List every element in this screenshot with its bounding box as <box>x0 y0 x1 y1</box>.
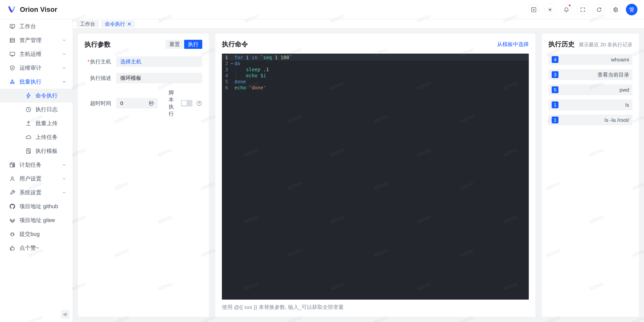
theme-toggle-button[interactable] <box>544 4 556 15</box>
desktop-icon <box>9 51 16 57</box>
execute-button[interactable]: 执行 <box>184 40 202 49</box>
fold-chevron-icon[interactable] <box>230 62 234 65</box>
refresh-button[interactable] <box>593 4 605 15</box>
history-command: ls <box>625 102 629 108</box>
sidebar-item-submit-bug[interactable]: 提交bug <box>0 227 73 241</box>
notifications-button[interactable] <box>560 4 572 15</box>
user-icon <box>9 175 16 182</box>
history-item[interactable]: 4 whoami <box>548 54 632 65</box>
description-input[interactable]: 循环模板 <box>116 73 202 83</box>
script-exec-toggle[interactable] <box>181 100 192 106</box>
gitee-icon <box>9 217 16 224</box>
code-line: 6 echo 'done' <box>222 85 529 91</box>
sidebar-item-user-settings[interactable]: 用户设置 <box>0 172 73 186</box>
history-command: ls -la /root/ <box>605 117 629 123</box>
exec-command-panel: 执行命令 从模板中选择 1 for i in `seq 1 100` 2 do … <box>215 34 535 317</box>
sidebar-item-ops-audit[interactable]: 运维审计 <box>0 61 73 75</box>
code-square-button[interactable] <box>528 4 539 15</box>
chevron-down-icon <box>62 38 67 43</box>
history-item[interactable]: 3 查看当前目录 <box>548 69 632 80</box>
wrench-icon <box>9 189 16 196</box>
sidebar-item-scheduled-task[interactable]: 计划任务 <box>0 158 73 172</box>
exec-count-badge: 1 <box>552 101 558 108</box>
template-file-icon <box>25 148 32 154</box>
user-avatar[interactable]: 管 <box>626 4 637 15</box>
sidebar-item-upload-task[interactable]: 上传任务 <box>0 130 73 144</box>
form-row-description: 执行描述 循环模板 <box>85 73 202 83</box>
cluster-icon <box>9 79 16 85</box>
sidebar-item-gitee[interactable]: 项目地址 gitee <box>0 213 73 227</box>
sidebar-item-workbench[interactable]: 工作台 <box>0 19 73 33</box>
history-subtitle: 展示最近 20 条执行记录 <box>579 41 632 48</box>
question-circle-icon <box>196 100 202 106</box>
reset-button[interactable]: 重置 <box>166 40 184 49</box>
tab-close-icon[interactable]: ✕ <box>127 22 131 26</box>
exec-history-header: 执行历史 展示最近 20 条执行记录 <box>548 40 632 49</box>
sidebar-collapse-button[interactable] <box>61 310 69 319</box>
calendar-clock-icon <box>9 162 16 168</box>
exec-count-badge: 3 <box>552 71 558 78</box>
form-row-host: *执行主机 选择主机 <box>85 56 202 67</box>
settings-button[interactable] <box>610 4 621 15</box>
top-navbar: Orion Visor <box>0 0 644 19</box>
editor-hint: 使用 @{{ xxx }} 来替换参数, 输入_可以获取全部变量 <box>222 304 529 311</box>
sidebar-item-exec-template[interactable]: 执行模板 <box>0 144 73 158</box>
tab-workbench[interactable]: 工作台 <box>76 20 99 27</box>
sidebar-item-batch-upload[interactable]: 批量上传 <box>0 116 73 130</box>
select-host-field[interactable]: 选择主机 <box>116 56 202 67</box>
description-label: 执行描述 <box>85 75 111 82</box>
sidebar-item-system-settings[interactable]: 系统设置 <box>0 186 73 199</box>
code-line: 5 done <box>222 79 529 85</box>
shield-check-icon <box>9 65 16 71</box>
history-item[interactable]: 1 ls <box>548 99 632 110</box>
cloud-icon <box>25 134 32 140</box>
history-item[interactable]: 5 pwd <box>548 84 632 95</box>
history-list: 4 whoami 3 查看当前目录 5 pwd 1 ls 1 ls -la <box>548 54 632 125</box>
code-line: 1 for i in `seq 1 100` <box>222 54 529 60</box>
orion-visor-logo-icon <box>7 5 17 15</box>
exec-history-panel: 执行历史 展示最近 20 条执行记录 4 whoami 3 查看当前目录 5 p… <box>542 34 639 317</box>
fullscreen-button[interactable] <box>577 4 588 15</box>
history-clock-icon <box>25 106 32 113</box>
tab-bar: 工作台 命令执行 ✕ <box>73 19 644 29</box>
fullscreen-icon <box>580 7 586 13</box>
history-item[interactable]: 1 ls -la /root/ <box>548 115 632 125</box>
sidebar-item-label: 批量上传 <box>35 120 67 127</box>
thumb-up-icon <box>9 245 16 251</box>
sidebar-item-like[interactable]: 点个赞~ <box>0 241 73 255</box>
history-command: pwd <box>619 87 629 93</box>
sidebar-item-label: 执行日志 <box>35 106 67 113</box>
tab-label: 命令执行 <box>105 21 125 27</box>
timeout-input[interactable]: 0 秒 <box>116 98 158 109</box>
sidebar-item-exec-log[interactable]: 执行日志 <box>0 102 73 116</box>
settings-gear-icon <box>612 7 619 13</box>
monitor-chart-icon <box>9 23 16 30</box>
sidebar-item-command-exec[interactable]: 命令执行 <box>0 89 73 102</box>
sidebar-item-label: 上传任务 <box>35 133 67 141</box>
exec-count-badge: 5 <box>552 86 558 93</box>
timeout-unit: 秒 <box>149 100 154 107</box>
sidebar-item-asset-mgmt[interactable]: 资产管理 <box>0 33 73 47</box>
sidebar-item-label: 系统设置 <box>19 189 62 196</box>
chevron-down-icon <box>62 65 67 70</box>
sidebar-item-host-ops[interactable]: 主机运维 <box>0 47 73 61</box>
help-button[interactable] <box>196 100 202 106</box>
bug-icon <box>9 231 16 237</box>
sidebar-item-label: 批量执行 <box>19 78 62 86</box>
sidebar-item-github[interactable]: 项目地址 github <box>0 199 73 213</box>
code-editor[interactable]: 1 for i in `seq 1 100` 2 do 3 sleep .1 4… <box>222 54 529 300</box>
main-content: 执行参数 重置 执行 *执行主机 选择主机 执行描述 循环模板 超时时间 <box>73 29 644 322</box>
panel-title: 执行参数 <box>85 40 111 49</box>
code-line-text: do <box>234 60 240 66</box>
app-logo[interactable]: Orion Visor <box>7 5 57 15</box>
sidebar-item-batch-exec[interactable]: 批量执行 <box>0 75 73 89</box>
tab-command-exec[interactable]: 命令执行 ✕ <box>101 20 135 27</box>
upload-icon <box>25 120 32 127</box>
select-from-template-link[interactable]: 从模板中选择 <box>497 41 529 48</box>
exec-params-form: *执行主机 选择主机 执行描述 循环模板 超时时间 0 秒 脚本执行 <box>85 56 202 117</box>
toggle-knob <box>182 101 187 106</box>
line-number: 2 <box>222 60 234 66</box>
app-screen: Orion Visor <box>0 0 644 322</box>
sidebar-item-label: 运维审计 <box>19 64 62 72</box>
history-command: whoami <box>611 57 629 63</box>
